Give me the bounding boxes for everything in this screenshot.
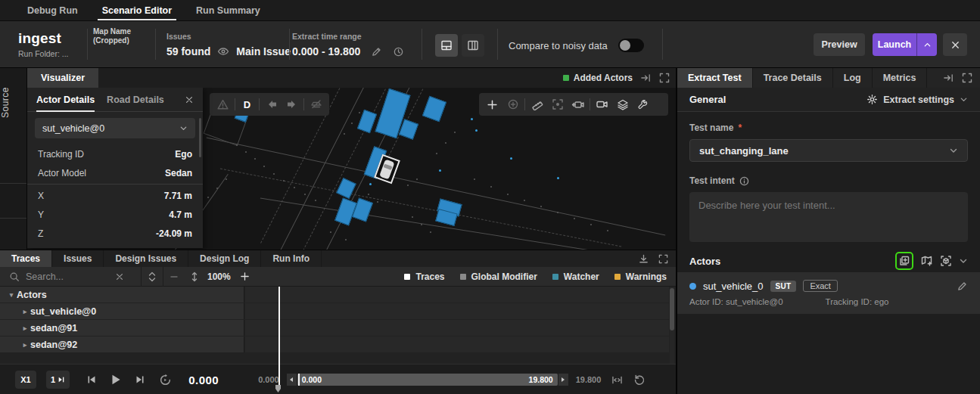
pencil-icon[interactable]: [371, 46, 382, 57]
scroll-left-arrow[interactable]: [287, 374, 297, 386]
actor-select[interactable]: sut_vehicle@0: [35, 118, 195, 138]
main-issue-label[interactable]: Main Issue: [236, 45, 291, 57]
source-tab[interactable]: Source: [0, 76, 27, 129]
fullscreen-icon[interactable]: [659, 73, 670, 83]
info-icon[interactable]: [739, 176, 749, 186]
vresize-icon[interactable]: [185, 271, 204, 282]
eye-icon[interactable]: [217, 45, 229, 57]
search-input[interactable]: [26, 271, 109, 282]
tab-run-info[interactable]: Run Info: [261, 250, 322, 267]
trace-lane-sedan-92[interactable]: [245, 337, 669, 352]
pointcloud-dot: [236, 144, 238, 146]
camera-follow-icon[interactable]: [568, 93, 588, 116]
tab-metrics[interactable]: Metrics: [873, 68, 928, 88]
video-icon[interactable]: [592, 93, 612, 116]
nav-tab-scenario-editor[interactable]: Scenario Editor: [90, 0, 184, 20]
tab-actor-details[interactable]: Actor Details: [36, 88, 95, 112]
timeline-vscrollbar[interactable]: [670, 287, 674, 376]
layout-right-icon[interactable]: [462, 34, 484, 57]
issues-label: Issues: [166, 32, 291, 41]
skip-start-icon[interactable]: [86, 374, 97, 385]
history-icon[interactable]: [393, 46, 404, 57]
tab-issues[interactable]: Issues: [52, 250, 104, 267]
dock-right-icon[interactable]: [943, 73, 954, 83]
pointcloud-dot: [344, 133, 345, 135]
launch-options-button[interactable]: [916, 33, 937, 56]
close-editor-button[interactable]: [943, 33, 967, 56]
fullscreen-icon[interactable]: [962, 73, 972, 83]
reset-icon[interactable]: [633, 374, 646, 386]
compare-noisy-toggle[interactable]: [618, 39, 644, 52]
tree-item-actors[interactable]: ▾Actors: [0, 287, 244, 302]
tab-log[interactable]: Log: [833, 68, 873, 88]
map-plus-icon[interactable]: [920, 255, 933, 267]
vehicle-box[interactable]: [352, 197, 373, 222]
preview-button[interactable]: Preview: [814, 33, 865, 56]
dock-right-icon[interactable]: [640, 73, 652, 83]
car-icon[interactable]: [306, 93, 326, 116]
download-icon[interactable]: [638, 253, 649, 265]
speed-button[interactable]: X1: [15, 371, 36, 389]
layers-icon[interactable]: [612, 93, 633, 116]
nav-tab-debug-run[interactable]: Debug Run: [15, 0, 90, 20]
compare-noisy-label: Compare to noisy data: [509, 40, 608, 51]
tree-item-sut-vehicle-0[interactable]: ▸sut_vehicle@0: [0, 303, 244, 319]
fullscreen-icon[interactable]: [658, 254, 668, 264]
pointcloud-dot: [524, 200, 525, 201]
detections-toggle[interactable]: D: [237, 93, 257, 116]
tab-trace-details[interactable]: Trace Details: [753, 68, 833, 88]
scene-canvas[interactable]: D: [27, 88, 676, 250]
tree-item-sedan-91[interactable]: ▸sedan@91: [0, 320, 244, 336]
fit-icon[interactable]: [611, 375, 623, 385]
layout-bottom-icon[interactable]: [435, 34, 458, 57]
extract-settings-button[interactable]: Extract settings: [866, 94, 968, 105]
playhead-line[interactable]: [278, 287, 280, 386]
tree-item-sedan-92[interactable]: ▸sedan@92: [0, 337, 244, 352]
timeline-scroll-thumb[interactable]: 0.000 19.800: [297, 374, 558, 386]
warning-icon[interactable]: [213, 93, 233, 116]
test-name-select[interactable]: sut_changing_lane: [689, 139, 968, 162]
skip-end-icon[interactable]: [135, 374, 145, 385]
trace-lane-actors[interactable]: [245, 287, 669, 302]
vehicle-box[interactable]: [422, 96, 446, 123]
playhead-marker[interactable]: [273, 385, 283, 394]
play-icon[interactable]: [109, 373, 123, 386]
plus-icon[interactable]: [482, 93, 502, 116]
clear-search-icon[interactable]: [115, 272, 124, 281]
target-add-icon[interactable]: [502, 93, 523, 116]
timeline-scrollbar[interactable]: 0.000 19.800: [297, 374, 558, 386]
pencil-icon[interactable]: [957, 281, 968, 292]
tab-design-issues[interactable]: Design Issues: [104, 250, 188, 267]
tab-design-log[interactable]: Design Log: [188, 250, 261, 267]
trace-lane-sut-vehicle-0[interactable]: [245, 303, 669, 319]
sort-icon[interactable]: [142, 271, 163, 282]
tab-traces[interactable]: Traces: [0, 250, 52, 267]
tab-visualizer[interactable]: Visualizer: [27, 68, 98, 88]
details-scrollbar[interactable]: [199, 118, 201, 157]
plus-icon[interactable]: [234, 271, 256, 281]
chevron-down-icon[interactable]: [959, 256, 968, 265]
scroll-right-arrow[interactable]: [558, 374, 568, 386]
launch-button[interactable]: Launch: [873, 33, 916, 56]
actor-list-item[interactable]: sut_vehicle_0 SUT Exact Actor ID: sut_ve…: [677, 272, 980, 314]
replay-icon[interactable]: [159, 374, 172, 386]
pointcloud-dot: [430, 231, 431, 233]
focus-icon[interactable]: [547, 93, 568, 116]
arrow-left-icon[interactable]: [261, 93, 282, 116]
chevron-right-icon: ▸: [20, 324, 30, 332]
wrench-icon[interactable]: [633, 93, 653, 116]
trace-lane-sedan-91[interactable]: [245, 320, 669, 336]
add-frame-icon[interactable]: [895, 252, 913, 270]
nav-tab-run-summary[interactable]: Run Summary: [184, 0, 272, 20]
arrow-right-icon[interactable]: [282, 93, 302, 116]
legend-label: Watcher: [564, 271, 599, 282]
tab-extract-test[interactable]: Extract Test: [677, 68, 753, 88]
test-intent-input[interactable]: Describe here your test intent...: [689, 192, 968, 242]
pointcloud-dot: [474, 178, 475, 180]
box-scan-icon[interactable]: [940, 255, 952, 267]
close-icon[interactable]: [185, 95, 194, 104]
ruler-icon[interactable]: [527, 93, 547, 116]
minus-icon[interactable]: [163, 272, 185, 281]
step-size-button[interactable]: 1: [46, 371, 70, 389]
tab-road-details[interactable]: Road Details: [107, 88, 164, 112]
